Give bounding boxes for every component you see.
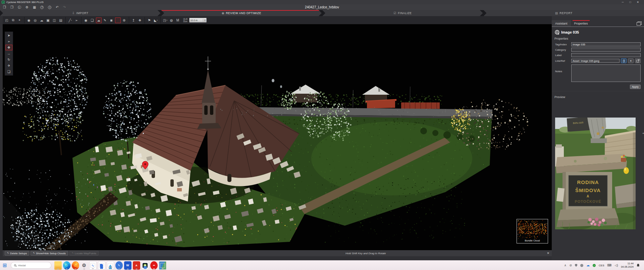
measure-distance-tool[interactable]: ↔: [5, 51, 12, 56]
preview-photo[interactable]: Bohu duši RODINA ŠMIDOVA A: [555, 118, 636, 229]
cyclone-register-icon[interactable]: [142, 261, 149, 270]
tray-shield-icon[interactable]: [575, 264, 577, 267]
sketch-app-icon[interactable]: ∿: [89, 261, 97, 270]
panorama-view-button[interactable]: ◫: [52, 17, 57, 23]
select-tool[interactable]: ➤: [5, 33, 12, 38]
onedrive-icon[interactable]: ☁: [586, 264, 590, 267]
leica-icon[interactable]: [150, 261, 158, 270]
bundle-sphere-button[interactable]: ◍: [169, 17, 174, 23]
measure-button[interactable]: ╱▾: [67, 17, 73, 23]
undo-icon[interactable]: ↶: [56, 6, 58, 9]
split-view-button[interactable]: ❖: [137, 17, 143, 23]
setup-flag-button[interactable]: ⚑: [147, 17, 152, 23]
waypoint-pin-button[interactable]: [115, 17, 121, 23]
open-link-icon[interactable]: [635, 58, 641, 63]
photos-app-icon[interactable]: [107, 261, 114, 270]
annotate-button[interactable]: ✎: [102, 17, 108, 23]
acrobat-icon[interactable]: A: [133, 261, 140, 270]
point-cloud-view-button[interactable]: ☁: [39, 17, 45, 23]
setups-view-button[interactable]: ◉: [26, 17, 32, 23]
tab-properties[interactable]: Properties: [571, 20, 591, 27]
panel-layout-icon[interactable]: [636, 21, 642, 27]
bundle-cloud-panel[interactable]: Bundle Cloud: [517, 219, 548, 243]
delete-setups-button[interactable]: ✎ Delete Setups: [5, 251, 29, 256]
security-check-icon[interactable]: ✓: [593, 264, 596, 267]
sphere-view-button[interactable]: ◎: [33, 17, 38, 23]
model-space-button[interactable]: M: [175, 17, 181, 23]
window-select-button[interactable]: ⧉: [10, 17, 16, 23]
save-app-icon[interactable]: [98, 261, 105, 270]
geotag-cloud-button[interactable]: ☁: [96, 17, 102, 23]
camera-button[interactable]: ◙: [109, 17, 114, 23]
pan-tool[interactable]: ✥: [5, 45, 12, 50]
minimize-button[interactable]: ─: [622, 1, 624, 4]
workflow-step-review[interactable]: ◉ REVIEW AND OPTIMIZE: [161, 10, 322, 16]
link-ref-field[interactable]: [571, 59, 620, 63]
plane-view-button[interactable]: ▣: [45, 17, 51, 23]
taskbar-search[interactable]: [11, 262, 51, 269]
image-view-button[interactable]: ▤: [58, 17, 64, 23]
fly-tool[interactable]: ✈: [5, 63, 12, 69]
panel-collapse-icon[interactable]: ◂: [642, 132, 644, 135]
tag-index-field[interactable]: [571, 42, 641, 46]
clock[interactable]: 11:44 04.05.2024: [621, 262, 634, 269]
viewport[interactable]: ➤➢✥↔↻✈❏ Bundle Cloud: [3, 24, 552, 250]
show-hide-setup-clouds-button[interactable]: ✎ Show/Hide Setup Clouds: [31, 251, 68, 256]
touch-keyboard-icon[interactable]: ⌨: [607, 264, 612, 267]
cone-button[interactable]: ◣▾: [153, 17, 159, 23]
save-project-icon[interactable]: ❐: [10, 6, 13, 9]
settings-gear-icon[interactable]: ⚙: [25, 6, 29, 9]
clear-link-icon[interactable]: ✕: [628, 58, 634, 63]
workflow-step-report[interactable]: ▤ REPORT: [484, 10, 644, 16]
start-button[interactable]: ⊞: [3, 263, 7, 268]
desktop-preview-icon[interactable]: [159, 261, 166, 270]
qlb-spinner[interactable]: ▲▼: [203, 19, 206, 22]
close-button[interactable]: ✕: [637, 1, 639, 4]
zoom-pick-button[interactable]: ⌖: [17, 17, 22, 23]
viewport-hint: Hold Shift Key and Drag to Rotate: [345, 252, 386, 255]
workflow-step-finalize[interactable]: ☑ FINALIZE: [322, 10, 483, 16]
category-field[interactable]: [571, 48, 641, 52]
search-input[interactable]: [18, 264, 46, 267]
add-person-button[interactable]: ⊕: [121, 17, 127, 23]
attach-icon[interactable]: [621, 58, 627, 63]
cube-view-tool[interactable]: ❏: [5, 69, 12, 75]
fit-view-button[interactable]: ◰: [4, 17, 10, 23]
tray-app-icon[interactable]: [580, 264, 583, 267]
limit-box-button[interactable]: ◉: [83, 17, 89, 23]
firefox-icon[interactable]: [72, 261, 79, 270]
pick-point-button[interactable]: ➢: [74, 17, 79, 23]
open-project-icon[interactable]: ❒: [3, 6, 6, 9]
redo-icon[interactable]: ↷: [63, 6, 66, 9]
view-cube-button[interactable]: ◳▾: [162, 17, 168, 23]
settings-app-icon[interactable]: ⚙: [80, 261, 88, 270]
orbit-tool[interactable]: ↻: [5, 57, 12, 62]
person-dot: [93, 184, 94, 186]
help-icon[interactable]: ?: [40, 6, 44, 9]
multi-select-tool[interactable]: ➢: [5, 39, 12, 44]
clock-time: 11:44: [621, 262, 634, 265]
tab-assistant[interactable]: Assistant: [552, 20, 571, 27]
speaker-icon[interactable]: ◁): [615, 264, 618, 267]
locate-waypoints-button[interactable]: ✎ Locate WayPoints: [69, 251, 99, 256]
qlb-size-input[interactable]: [190, 18, 203, 22]
tray-blocked-icon[interactable]: ⊘: [570, 264, 572, 267]
close-bottom-bar-icon[interactable]: ✕: [547, 252, 549, 255]
language-indicator[interactable]: CES: [599, 264, 604, 267]
axes-button[interactable]: ↥: [131, 17, 137, 23]
tray-chevron-icon[interactable]: ∧: [564, 264, 567, 267]
tag-button[interactable]: ❑: [90, 17, 95, 23]
file-explorer-icon[interactable]: [54, 261, 62, 270]
notes-field[interactable]: [571, 64, 641, 82]
delete-icon[interactable]: ▦: [33, 6, 36, 9]
word-icon[interactable]: W: [124, 261, 131, 270]
info-icon[interactable]: i: [48, 6, 51, 9]
edge-icon[interactable]: [63, 261, 70, 270]
license-icon[interactable]: Ⓛ: [18, 6, 21, 9]
maximize-button[interactable]: □: [629, 1, 631, 4]
notification-bell-icon[interactable]: [637, 264, 640, 267]
label-field[interactable]: [571, 53, 641, 57]
apply-button[interactable]: Apply: [630, 85, 641, 89]
workflow-step-import[interactable]: ⇩ IMPORT: [0, 10, 161, 16]
pen-app-icon[interactable]: ✎: [115, 261, 123, 270]
